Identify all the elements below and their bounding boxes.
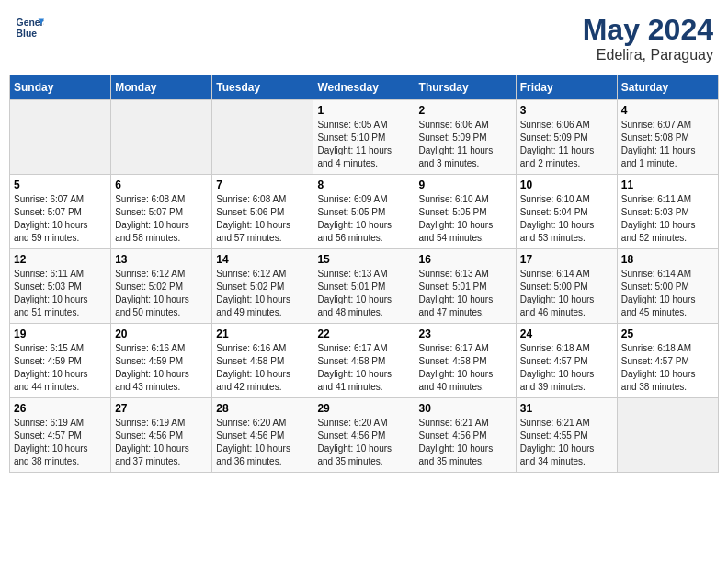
day-number: 1 bbox=[317, 104, 410, 117]
day-number: 5 bbox=[14, 178, 107, 191]
calendar-cell: 27Sunrise: 6:19 AMSunset: 4:56 PMDayligh… bbox=[111, 398, 212, 473]
calendar-cell: 26Sunrise: 6:19 AMSunset: 4:57 PMDayligh… bbox=[10, 398, 111, 473]
day-info: Sunrise: 6:12 AMSunset: 5:02 PMDaylight:… bbox=[115, 268, 208, 319]
calendar-cell: 8Sunrise: 6:09 AMSunset: 5:05 PMDaylight… bbox=[313, 175, 415, 249]
day-number: 8 bbox=[317, 178, 410, 191]
day-info: Sunrise: 6:10 AMSunset: 5:05 PMDaylight:… bbox=[419, 193, 512, 245]
day-number: 14 bbox=[216, 253, 309, 266]
weekday-header: Tuesday bbox=[212, 75, 313, 100]
day-number: 27 bbox=[115, 402, 208, 415]
day-info: Sunrise: 6:16 AMSunset: 4:59 PMDaylight:… bbox=[115, 342, 208, 394]
calendar-cell: 11Sunrise: 6:11 AMSunset: 5:03 PMDayligh… bbox=[617, 175, 718, 249]
day-number: 3 bbox=[520, 104, 613, 117]
day-info: Sunrise: 6:21 AMSunset: 4:55 PMDaylight:… bbox=[520, 417, 613, 468]
day-info: Sunrise: 6:13 AMSunset: 5:01 PMDaylight:… bbox=[317, 268, 410, 319]
weekday-header: Saturday bbox=[617, 75, 718, 100]
day-number: 31 bbox=[520, 402, 613, 415]
day-number: 12 bbox=[14, 253, 107, 266]
calendar-cell: 1Sunrise: 6:05 AMSunset: 5:10 PMDaylight… bbox=[313, 100, 415, 175]
day-info: Sunrise: 6:17 AMSunset: 4:58 PMDaylight:… bbox=[317, 342, 410, 394]
calendar-cell: 18Sunrise: 6:14 AMSunset: 5:00 PMDayligh… bbox=[617, 249, 718, 324]
day-info: Sunrise: 6:20 AMSunset: 4:56 PMDaylight:… bbox=[216, 417, 309, 468]
weekday-header: Thursday bbox=[415, 75, 516, 100]
day-info: Sunrise: 6:12 AMSunset: 5:02 PMDaylight:… bbox=[216, 268, 309, 319]
calendar-week-row: 12Sunrise: 6:11 AMSunset: 5:03 PMDayligh… bbox=[10, 249, 719, 324]
day-info: Sunrise: 6:09 AMSunset: 5:05 PMDaylight:… bbox=[317, 193, 410, 245]
calendar-cell: 23Sunrise: 6:17 AMSunset: 4:58 PMDayligh… bbox=[415, 324, 516, 398]
day-number: 29 bbox=[317, 402, 410, 415]
day-number: 23 bbox=[419, 327, 512, 340]
day-info: Sunrise: 6:21 AMSunset: 4:56 PMDaylight:… bbox=[419, 417, 512, 468]
calendar-cell: 17Sunrise: 6:14 AMSunset: 5:00 PMDayligh… bbox=[516, 249, 617, 324]
calendar-cell: 28Sunrise: 6:20 AMSunset: 4:56 PMDayligh… bbox=[212, 398, 313, 473]
weekday-header: Friday bbox=[516, 75, 617, 100]
day-number: 13 bbox=[115, 253, 208, 266]
day-number: 24 bbox=[520, 327, 613, 340]
day-info: Sunrise: 6:08 AMSunset: 5:07 PMDaylight:… bbox=[115, 193, 208, 245]
calendar-subtitle: Edelira, Paraguay bbox=[583, 47, 713, 63]
calendar-cell bbox=[212, 100, 313, 175]
calendar-cell bbox=[617, 398, 718, 473]
day-info: Sunrise: 6:05 AMSunset: 5:10 PMDaylight:… bbox=[317, 119, 410, 170]
day-number: 11 bbox=[621, 178, 714, 191]
day-number: 4 bbox=[621, 104, 714, 117]
day-number: 26 bbox=[14, 402, 107, 415]
day-info: Sunrise: 6:19 AMSunset: 4:56 PMDaylight:… bbox=[115, 417, 208, 468]
day-number: 17 bbox=[520, 253, 613, 266]
day-info: Sunrise: 6:18 AMSunset: 4:57 PMDaylight:… bbox=[520, 342, 613, 394]
day-number: 10 bbox=[520, 178, 613, 191]
calendar-cell: 6Sunrise: 6:08 AMSunset: 5:07 PMDaylight… bbox=[111, 175, 212, 249]
calendar-cell: 21Sunrise: 6:16 AMSunset: 4:58 PMDayligh… bbox=[212, 324, 313, 398]
day-info: Sunrise: 6:07 AMSunset: 5:08 PMDaylight:… bbox=[621, 119, 714, 170]
day-info: Sunrise: 6:10 AMSunset: 5:04 PMDaylight:… bbox=[520, 193, 613, 245]
weekday-header-row: SundayMondayTuesdayWednesdayThursdayFrid… bbox=[10, 75, 719, 100]
calendar-week-row: 5Sunrise: 6:07 AMSunset: 5:07 PMDaylight… bbox=[10, 175, 719, 249]
calendar-cell: 4Sunrise: 6:07 AMSunset: 5:08 PMDaylight… bbox=[617, 100, 718, 175]
day-number: 28 bbox=[216, 402, 309, 415]
day-number: 22 bbox=[317, 327, 410, 340]
day-info: Sunrise: 6:14 AMSunset: 5:00 PMDaylight:… bbox=[621, 268, 714, 319]
day-number: 20 bbox=[115, 327, 208, 340]
calendar-cell: 31Sunrise: 6:21 AMSunset: 4:55 PMDayligh… bbox=[516, 398, 617, 473]
day-info: Sunrise: 6:15 AMSunset: 4:59 PMDaylight:… bbox=[14, 342, 107, 394]
calendar-cell bbox=[111, 100, 212, 175]
title-area: May 2024 Edelira, Paraguay bbox=[583, 13, 713, 63]
day-info: Sunrise: 6:08 AMSunset: 5:06 PMDaylight:… bbox=[216, 193, 309, 245]
calendar-cell bbox=[10, 100, 111, 175]
calendar-week-row: 19Sunrise: 6:15 AMSunset: 4:59 PMDayligh… bbox=[10, 324, 719, 398]
day-number: 25 bbox=[621, 327, 714, 340]
calendar-cell: 29Sunrise: 6:20 AMSunset: 4:56 PMDayligh… bbox=[313, 398, 415, 473]
calendar-cell: 3Sunrise: 6:06 AMSunset: 5:09 PMDaylight… bbox=[516, 100, 617, 175]
day-info: Sunrise: 6:11 AMSunset: 5:03 PMDaylight:… bbox=[621, 193, 714, 245]
calendar-cell: 13Sunrise: 6:12 AMSunset: 5:02 PMDayligh… bbox=[111, 249, 212, 324]
logo: General Blue bbox=[15, 13, 48, 42]
day-info: Sunrise: 6:11 AMSunset: 5:03 PMDaylight:… bbox=[14, 268, 107, 319]
calendar-cell: 9Sunrise: 6:10 AMSunset: 5:05 PMDaylight… bbox=[415, 175, 516, 249]
calendar-cell: 7Sunrise: 6:08 AMSunset: 5:06 PMDaylight… bbox=[212, 175, 313, 249]
calendar-cell: 5Sunrise: 6:07 AMSunset: 5:07 PMDaylight… bbox=[10, 175, 111, 249]
logo-icon: General Blue bbox=[15, 13, 44, 42]
calendar-cell: 2Sunrise: 6:06 AMSunset: 5:09 PMDaylight… bbox=[415, 100, 516, 175]
calendar-week-row: 1Sunrise: 6:05 AMSunset: 5:10 PMDaylight… bbox=[10, 100, 719, 175]
day-number: 7 bbox=[216, 178, 309, 191]
weekday-header: Sunday bbox=[10, 75, 111, 100]
calendar-title: May 2024 bbox=[583, 13, 713, 47]
calendar-cell: 24Sunrise: 6:18 AMSunset: 4:57 PMDayligh… bbox=[516, 324, 617, 398]
day-info: Sunrise: 6:19 AMSunset: 4:57 PMDaylight:… bbox=[14, 417, 107, 468]
day-number: 9 bbox=[419, 178, 512, 191]
day-info: Sunrise: 6:16 AMSunset: 4:58 PMDaylight:… bbox=[216, 342, 309, 394]
day-number: 16 bbox=[419, 253, 512, 266]
page-header: General Blue May 2024 Edelira, Paraguay bbox=[9, 9, 719, 67]
calendar-cell: 19Sunrise: 6:15 AMSunset: 4:59 PMDayligh… bbox=[10, 324, 111, 398]
day-info: Sunrise: 6:06 AMSunset: 5:09 PMDaylight:… bbox=[419, 119, 512, 170]
day-number: 6 bbox=[115, 178, 208, 191]
calendar-table: SundayMondayTuesdayWednesdayThursdayFrid… bbox=[9, 75, 719, 473]
day-info: Sunrise: 6:14 AMSunset: 5:00 PMDaylight:… bbox=[520, 268, 613, 319]
calendar-cell: 22Sunrise: 6:17 AMSunset: 4:58 PMDayligh… bbox=[313, 324, 415, 398]
calendar-cell: 12Sunrise: 6:11 AMSunset: 5:03 PMDayligh… bbox=[10, 249, 111, 324]
day-number: 30 bbox=[419, 402, 512, 415]
calendar-cell: 20Sunrise: 6:16 AMSunset: 4:59 PMDayligh… bbox=[111, 324, 212, 398]
day-info: Sunrise: 6:17 AMSunset: 4:58 PMDaylight:… bbox=[419, 342, 512, 394]
day-info: Sunrise: 6:13 AMSunset: 5:01 PMDaylight:… bbox=[419, 268, 512, 319]
svg-text:Blue: Blue bbox=[17, 29, 38, 39]
